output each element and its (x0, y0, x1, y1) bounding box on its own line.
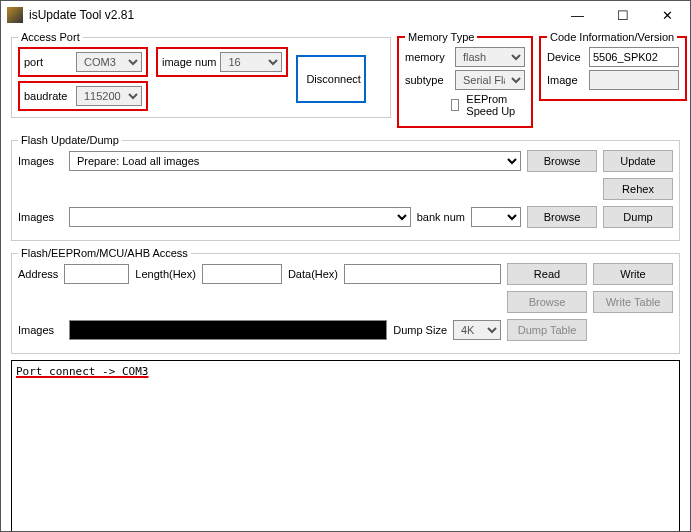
access-port-group: Access Port port COM3 image num 16 (11, 31, 391, 118)
memory-type-legend: Memory Type (405, 31, 477, 43)
baud-select[interactable]: 115200 (76, 86, 142, 106)
titlebar: isUpdate Tool v2.81 — ☐ ✕ (1, 1, 690, 29)
dump-table-button: Dump Table (507, 319, 587, 341)
dump-button[interactable]: Dump (603, 206, 673, 228)
flash-update-group: Flash Update/Dump Images Prepare: Load a… (11, 134, 680, 241)
memory-select[interactable]: flash (455, 47, 525, 67)
access-group: Flash/EEPRom/MCU/AHB Access Address Leng… (11, 247, 680, 354)
window-title: isUpdate Tool v2.81 (29, 8, 134, 22)
code-info-group: Code Information/Version Device Image (539, 31, 687, 101)
address-label: Address (18, 268, 58, 280)
images-select-1[interactable]: Prepare: Load all images (69, 151, 521, 171)
device-label: Device (547, 51, 585, 63)
browse-button-1[interactable]: Browse (527, 150, 597, 172)
maximize-button[interactable]: ☐ (600, 1, 645, 29)
minimize-button[interactable]: — (555, 1, 600, 29)
imgnum-select[interactable]: 16 (220, 52, 282, 72)
rehex-button[interactable]: Rehex (603, 178, 673, 200)
banknum-label: bank num (417, 211, 465, 223)
port-label: port (24, 56, 72, 68)
dump-size-select[interactable]: 4K (453, 320, 501, 340)
data-field[interactable] (344, 264, 501, 284)
device-field[interactable] (589, 47, 679, 67)
images-label-2: Images (18, 211, 63, 223)
data-label: Data(Hex) (288, 268, 338, 280)
baud-label: baudrate (24, 90, 72, 102)
code-info-legend: Code Information/Version (547, 31, 677, 43)
read-button[interactable]: Read (507, 263, 587, 285)
console-line: Port connect -> COM3 (16, 365, 148, 378)
banknum-select[interactable] (471, 207, 521, 227)
baud-box: baudrate 115200 (18, 81, 148, 111)
image-label: Image (547, 74, 585, 86)
memory-label: memory (405, 51, 451, 63)
imgnum-box: image num 16 (156, 47, 288, 77)
browse-button-2[interactable]: Browse (527, 206, 597, 228)
update-button[interactable]: Update (603, 150, 673, 172)
close-button[interactable]: ✕ (645, 1, 690, 29)
images-select-3[interactable] (69, 320, 387, 340)
dump-size-label: Dump Size (393, 324, 447, 336)
address-field[interactable] (64, 264, 129, 284)
image-field[interactable] (589, 70, 679, 90)
app-icon (7, 7, 23, 23)
subtype-label: subtype (405, 74, 451, 86)
port-select[interactable]: COM3 (76, 52, 142, 72)
eeprom-label: EEProm Speed Up (466, 93, 525, 117)
length-field[interactable] (202, 264, 282, 284)
console-output: Port connect -> COM3 (11, 360, 680, 532)
port-box: port COM3 (18, 47, 148, 77)
length-label: Length(Hex) (135, 268, 196, 280)
disconnect-button[interactable]: Disconnect (296, 55, 366, 103)
write-button[interactable]: Write (593, 263, 673, 285)
access-legend: Flash/EEPRom/MCU/AHB Access (18, 247, 191, 259)
images-label-3: Images (18, 324, 63, 336)
memory-type-group: Memory Type memory flash subtype Serial … (397, 31, 533, 128)
browse-button-3: Browse (507, 291, 587, 313)
flash-update-legend: Flash Update/Dump (18, 134, 122, 146)
images-label-1: Images (18, 155, 63, 167)
subtype-select[interactable]: Serial Flash (455, 70, 525, 90)
imgnum-label: image num (162, 56, 216, 68)
images-select-2[interactable] (69, 207, 411, 227)
eeprom-checkbox[interactable] (451, 99, 459, 111)
access-port-legend: Access Port (18, 31, 83, 43)
write-table-button: Write Table (593, 291, 673, 313)
